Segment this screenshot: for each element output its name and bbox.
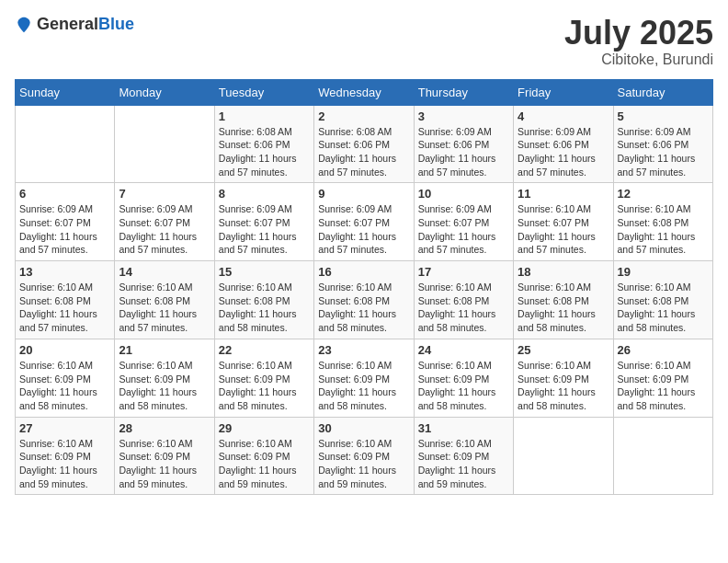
day-info: Sunrise: 6:10 AM Sunset: 6:09 PM Dayligh…: [518, 359, 609, 413]
day-info: Sunrise: 6:09 AM Sunset: 6:07 PM Dayligh…: [19, 202, 110, 257]
day-number: 25: [518, 343, 609, 357]
day-info: Sunrise: 6:10 AM Sunset: 6:09 PM Dayligh…: [318, 437, 409, 491]
calendar-cell: [115, 105, 214, 183]
logo-icon: [15, 16, 33, 34]
calendar-cell: 14Sunrise: 6:10 AM Sunset: 6:08 PM Dayli…: [115, 261, 214, 339]
day-info: Sunrise: 6:10 AM Sunset: 6:08 PM Dayligh…: [618, 202, 709, 257]
day-info: Sunrise: 6:09 AM Sunset: 6:06 PM Dayligh…: [518, 125, 609, 179]
day-number: 9: [318, 187, 409, 201]
day-number: 29: [219, 421, 310, 435]
day-info: Sunrise: 6:10 AM Sunset: 6:09 PM Dayligh…: [119, 359, 210, 413]
calendar-cell: 23Sunrise: 6:10 AM Sunset: 6:09 PM Dayli…: [314, 339, 414, 417]
calendar-cell: 10Sunrise: 6:09 AM Sunset: 6:07 PM Dayli…: [414, 183, 513, 261]
day-number: 8: [219, 187, 310, 201]
calendar-cell: 4Sunrise: 6:09 AM Sunset: 6:06 PM Daylig…: [514, 105, 613, 183]
calendar-cell: 24Sunrise: 6:10 AM Sunset: 6:09 PM Dayli…: [414, 339, 513, 417]
day-number: 17: [418, 265, 509, 279]
day-header-wednesday: Wednesday: [314, 79, 414, 105]
day-number: 7: [119, 187, 210, 201]
day-number: 19: [618, 265, 709, 279]
day-info: Sunrise: 6:10 AM Sunset: 6:09 PM Dayligh…: [219, 359, 310, 413]
day-header-monday: Monday: [115, 79, 214, 105]
day-info: Sunrise: 6:10 AM Sunset: 6:09 PM Dayligh…: [119, 437, 210, 491]
week-row-2: 6Sunrise: 6:09 AM Sunset: 6:07 PM Daylig…: [16, 183, 713, 261]
calendar-table: SundayMondayTuesdayWednesdayThursdayFrid…: [15, 79, 713, 496]
day-number: 16: [318, 265, 409, 279]
location-title: Cibitoke, Burundi: [564, 52, 713, 68]
day-info: Sunrise: 6:10 AM Sunset: 6:08 PM Dayligh…: [219, 281, 310, 335]
day-number: 6: [19, 187, 110, 201]
calendar-cell: 26Sunrise: 6:10 AM Sunset: 6:09 PM Dayli…: [613, 339, 712, 417]
calendar-cell: 15Sunrise: 6:10 AM Sunset: 6:08 PM Dayli…: [214, 261, 313, 339]
day-info: Sunrise: 6:10 AM Sunset: 6:08 PM Dayligh…: [418, 281, 509, 335]
day-info: Sunrise: 6:10 AM Sunset: 6:09 PM Dayligh…: [19, 359, 110, 413]
week-row-5: 27Sunrise: 6:10 AM Sunset: 6:09 PM Dayli…: [16, 417, 713, 495]
day-number: 3: [418, 109, 509, 123]
calendar-cell: 17Sunrise: 6:10 AM Sunset: 6:08 PM Dayli…: [414, 261, 513, 339]
day-info: Sunrise: 6:09 AM Sunset: 6:07 PM Dayligh…: [219, 202, 310, 257]
day-info: Sunrise: 6:10 AM Sunset: 6:07 PM Dayligh…: [518, 202, 609, 257]
day-info: Sunrise: 6:10 AM Sunset: 6:08 PM Dayligh…: [119, 281, 210, 335]
calendar-cell: 8Sunrise: 6:09 AM Sunset: 6:07 PM Daylig…: [214, 183, 313, 261]
calendar-cell: 31Sunrise: 6:10 AM Sunset: 6:09 PM Dayli…: [414, 417, 513, 495]
month-title: July 2025: [564, 15, 713, 52]
day-header-friday: Friday: [514, 79, 613, 105]
day-number: 24: [418, 343, 509, 357]
day-number: 15: [219, 265, 310, 279]
day-info: Sunrise: 6:10 AM Sunset: 6:09 PM Dayligh…: [19, 437, 110, 491]
day-number: 22: [219, 343, 310, 357]
calendar-body: 1Sunrise: 6:08 AM Sunset: 6:06 PM Daylig…: [16, 105, 713, 495]
week-row-3: 13Sunrise: 6:10 AM Sunset: 6:08 PM Dayli…: [16, 261, 713, 339]
calendar-cell: 3Sunrise: 6:09 AM Sunset: 6:06 PM Daylig…: [414, 105, 513, 183]
calendar-cell: [16, 105, 115, 183]
calendar-cell: 5Sunrise: 6:09 AM Sunset: 6:06 PM Daylig…: [613, 105, 712, 183]
day-info: Sunrise: 6:09 AM Sunset: 6:07 PM Dayligh…: [119, 202, 210, 257]
day-info: Sunrise: 6:10 AM Sunset: 6:09 PM Dayligh…: [418, 359, 509, 413]
day-info: Sunrise: 6:09 AM Sunset: 6:06 PM Dayligh…: [618, 125, 709, 179]
day-info: Sunrise: 6:09 AM Sunset: 6:07 PM Dayligh…: [318, 202, 409, 257]
day-header-sunday: Sunday: [16, 79, 115, 105]
day-number: 4: [518, 109, 609, 123]
day-header-saturday: Saturday: [613, 79, 712, 105]
calendar-cell: 22Sunrise: 6:10 AM Sunset: 6:09 PM Dayli…: [214, 339, 313, 417]
day-number: 1: [219, 109, 310, 123]
day-number: 18: [518, 265, 609, 279]
day-info: Sunrise: 6:10 AM Sunset: 6:09 PM Dayligh…: [418, 437, 509, 491]
day-number: 20: [19, 343, 110, 357]
day-header-thursday: Thursday: [414, 79, 513, 105]
day-number: 28: [119, 421, 210, 435]
calendar-cell: 12Sunrise: 6:10 AM Sunset: 6:08 PM Dayli…: [613, 183, 712, 261]
calendar-cell: 16Sunrise: 6:10 AM Sunset: 6:08 PM Dayli…: [314, 261, 414, 339]
calendar-cell: 29Sunrise: 6:10 AM Sunset: 6:09 PM Dayli…: [214, 417, 313, 495]
calendar-cell: 25Sunrise: 6:10 AM Sunset: 6:09 PM Dayli…: [514, 339, 613, 417]
day-info: Sunrise: 6:08 AM Sunset: 6:06 PM Dayligh…: [219, 125, 310, 179]
day-number: 26: [618, 343, 709, 357]
day-info: Sunrise: 6:10 AM Sunset: 6:08 PM Dayligh…: [518, 281, 609, 335]
calendar-header: SundayMondayTuesdayWednesdayThursdayFrid…: [16, 79, 713, 105]
calendar-cell: 7Sunrise: 6:09 AM Sunset: 6:07 PM Daylig…: [115, 183, 214, 261]
day-number: 13: [19, 265, 110, 279]
calendar-cell: 1Sunrise: 6:08 AM Sunset: 6:06 PM Daylig…: [214, 105, 313, 183]
calendar-cell: 30Sunrise: 6:10 AM Sunset: 6:09 PM Dayli…: [314, 417, 414, 495]
week-row-4: 20Sunrise: 6:10 AM Sunset: 6:09 PM Dayli…: [16, 339, 713, 417]
calendar-cell: 9Sunrise: 6:09 AM Sunset: 6:07 PM Daylig…: [314, 183, 414, 261]
day-number: 12: [618, 187, 709, 201]
day-info: Sunrise: 6:10 AM Sunset: 6:09 PM Dayligh…: [219, 437, 310, 491]
calendar-cell: 20Sunrise: 6:10 AM Sunset: 6:09 PM Dayli…: [16, 339, 115, 417]
calendar-cell: 28Sunrise: 6:10 AM Sunset: 6:09 PM Dayli…: [115, 417, 214, 495]
day-info: Sunrise: 6:10 AM Sunset: 6:08 PM Dayligh…: [318, 281, 409, 335]
calendar-cell: 18Sunrise: 6:10 AM Sunset: 6:08 PM Dayli…: [514, 261, 613, 339]
day-info: Sunrise: 6:10 AM Sunset: 6:08 PM Dayligh…: [618, 281, 709, 335]
day-info: Sunrise: 6:08 AM Sunset: 6:06 PM Dayligh…: [318, 125, 409, 179]
day-header-tuesday: Tuesday: [214, 79, 313, 105]
day-number: 11: [518, 187, 609, 201]
logo: GeneralBlue: [15, 15, 134, 34]
title-block: July 2025 Cibitoke, Burundi: [564, 15, 713, 68]
calendar-cell: 27Sunrise: 6:10 AM Sunset: 6:09 PM Dayli…: [16, 417, 115, 495]
calendar-cell: 19Sunrise: 6:10 AM Sunset: 6:08 PM Dayli…: [613, 261, 712, 339]
day-number: 31: [418, 421, 509, 435]
day-number: 27: [19, 421, 110, 435]
day-info: Sunrise: 6:10 AM Sunset: 6:08 PM Dayligh…: [19, 281, 110, 335]
header-row: SundayMondayTuesdayWednesdayThursdayFrid…: [16, 79, 713, 105]
day-number: 2: [318, 109, 409, 123]
